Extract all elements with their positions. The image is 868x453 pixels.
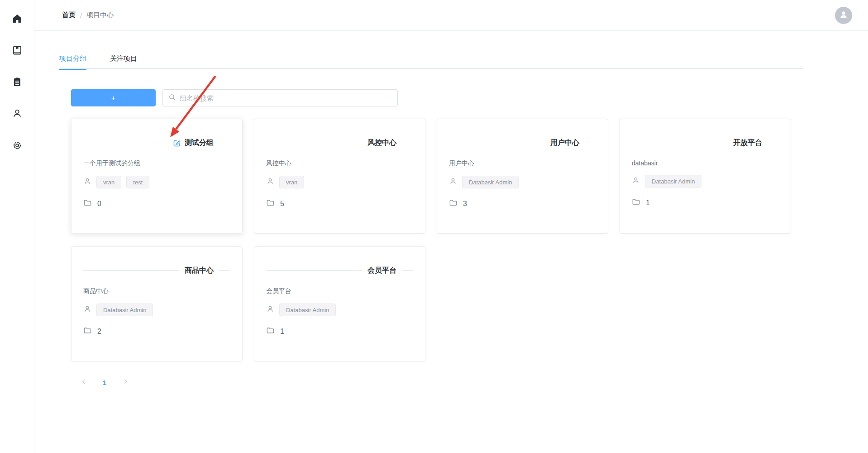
create-group-button[interactable]: + xyxy=(71,89,156,106)
owner-tag: vran xyxy=(96,176,121,188)
divider-line xyxy=(768,143,779,143)
group-description: 用户中心 xyxy=(449,159,596,168)
person-icon xyxy=(83,305,91,315)
folder-icon xyxy=(632,198,640,208)
content-area: 项目分组 关注项目 + xyxy=(34,31,868,389)
divider-line xyxy=(83,270,179,271)
search-icon xyxy=(168,93,180,103)
owner-tag: vran xyxy=(279,176,304,188)
owner-tag: Databasir Admin xyxy=(645,175,701,188)
chevron-right-icon xyxy=(123,379,129,386)
project-group-card[interactable]: 用户中心 用户中心 Databasir Admin 3 xyxy=(437,119,608,234)
avatar-person-icon xyxy=(839,10,849,21)
group-title: 风控中心 xyxy=(367,138,396,148)
pagination-next-button[interactable] xyxy=(119,376,132,389)
project-group-card[interactable]: 测试分组 一个用于测试的分组 vrantest 0 xyxy=(71,119,243,234)
divider-line xyxy=(219,270,230,271)
divider-line xyxy=(83,143,168,143)
user-avatar[interactable] xyxy=(835,7,852,24)
group-count-row: 0 xyxy=(83,198,230,209)
group-title: 测试分组 xyxy=(185,138,214,148)
divider-line xyxy=(266,143,362,143)
project-count: 0 xyxy=(97,200,101,208)
sidebar-item-home[interactable] xyxy=(8,10,26,28)
divider-line xyxy=(219,143,230,143)
project-count: 5 xyxy=(280,200,284,208)
sidebar-item-docs[interactable] xyxy=(8,41,26,59)
pagination: 1 xyxy=(77,376,803,389)
group-title: 用户中心 xyxy=(550,138,579,148)
divider-line xyxy=(402,270,413,271)
group-title: 会员平台 xyxy=(367,266,396,275)
sidebar xyxy=(0,0,34,453)
card-title-divider: 用户中心 xyxy=(449,138,596,148)
breadcrumb-current: 项目中心 xyxy=(86,11,114,19)
main-area: 首页 / 项目中心 项目分组 关注项目 xyxy=(34,0,868,453)
card-title-divider: 商品中心 xyxy=(83,266,230,275)
group-owners-row: vran xyxy=(266,176,413,188)
group-count-row: 5 xyxy=(266,198,413,209)
group-description: 会员平台 xyxy=(266,287,413,295)
top-header: 首页 / 项目中心 xyxy=(34,0,868,31)
project-count: 1 xyxy=(646,199,650,207)
project-count: 1 xyxy=(280,328,284,336)
project-group-card[interactable]: 商品中心 商品中心 Databasir Admin 2 xyxy=(71,246,243,361)
group-owners-row: vrantest xyxy=(83,176,230,188)
tab-bar: 项目分组 关注项目 xyxy=(59,51,803,69)
folder-icon xyxy=(266,326,275,337)
edit-group-icon[interactable] xyxy=(173,140,181,147)
home-icon xyxy=(12,13,23,24)
toolbar: + xyxy=(71,89,803,106)
group-count-row: 1 xyxy=(632,198,779,208)
group-search-box[interactable] xyxy=(162,89,398,106)
group-search-input[interactable] xyxy=(180,94,392,102)
project-group-card[interactable]: 会员平台 会员平台 Databasir Admin 1 xyxy=(254,246,425,361)
card-head: 开放平台 xyxy=(728,138,768,148)
group-owners-row: Databasir Admin xyxy=(83,304,230,316)
chevron-left-icon xyxy=(81,379,87,386)
folder-icon xyxy=(266,198,275,209)
tab-project-groups[interactable]: 项目分组 xyxy=(59,51,86,69)
card-head: 用户中心 xyxy=(545,138,585,148)
tab-followed-projects[interactable]: 关注项目 xyxy=(110,51,137,69)
project-group-card[interactable]: 风控中心 风控中心 vran 5 xyxy=(254,119,425,234)
group-description: 商品中心 xyxy=(83,287,230,295)
card-head: 测试分组 xyxy=(168,138,219,148)
divider-line xyxy=(449,143,545,143)
group-owners-row: Databasir Admin xyxy=(632,175,779,188)
project-group-grid: 测试分组 一个用于测试的分组 vrantest 0 xyxy=(71,119,791,361)
docs-book-icon xyxy=(12,45,23,56)
group-owners-row: Databasir Admin xyxy=(266,304,413,316)
owner-tag: Databasir Admin xyxy=(279,304,336,316)
person-icon xyxy=(449,177,457,187)
divider-line xyxy=(632,143,728,143)
breadcrumb-separator: / xyxy=(80,11,82,19)
card-head: 商品中心 xyxy=(179,266,219,275)
folder-icon xyxy=(449,198,458,209)
card-head: 会员平台 xyxy=(362,266,402,275)
pagination-prev-button[interactable] xyxy=(77,376,90,389)
owner-tag: Databasir Admin xyxy=(462,176,519,188)
pagination-page-1[interactable]: 1 xyxy=(98,379,111,386)
user-icon xyxy=(12,108,23,119)
person-icon xyxy=(632,176,640,186)
group-count-row: 2 xyxy=(83,326,230,337)
folder-icon xyxy=(83,326,92,337)
divider-line xyxy=(266,270,362,271)
sidebar-item-projects[interactable] xyxy=(8,73,26,91)
group-count-row: 3 xyxy=(449,198,596,209)
breadcrumb-home-link[interactable]: 首页 xyxy=(62,11,76,19)
sidebar-item-users[interactable] xyxy=(8,105,26,123)
card-title-divider: 风控中心 xyxy=(266,138,413,148)
card-head: 风控中心 xyxy=(362,138,402,148)
group-description: databasir xyxy=(632,159,779,167)
group-description: 一个用于测试的分组 xyxy=(83,159,230,168)
card-title-divider: 开放平台 xyxy=(632,138,779,148)
sidebar-item-settings[interactable] xyxy=(8,136,26,154)
person-icon xyxy=(83,177,91,187)
group-title: 商品中心 xyxy=(185,266,214,275)
divider-line xyxy=(585,143,596,143)
divider-line xyxy=(402,143,413,143)
project-group-card[interactable]: 开放平台 databasir Databasir Admin 1 xyxy=(620,119,791,234)
owner-tag: test xyxy=(126,176,149,188)
